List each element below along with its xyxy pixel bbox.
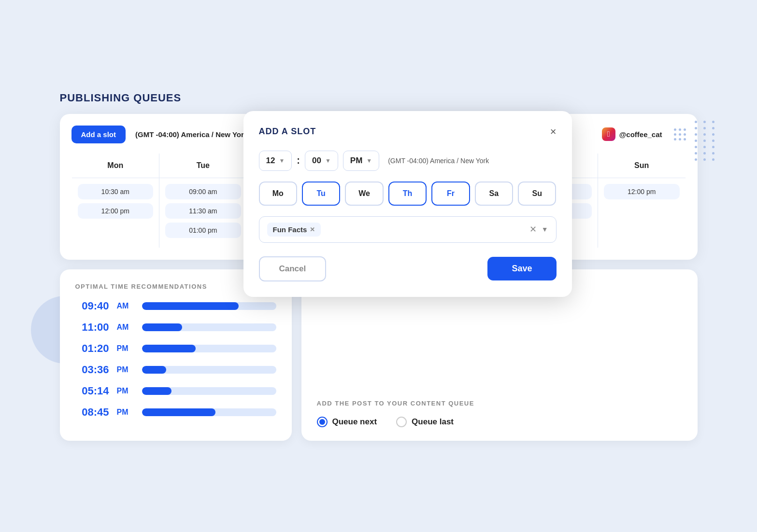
time-3-ampm: PM bbox=[117, 344, 134, 353]
dot bbox=[695, 133, 697, 136]
content-tag-fun-facts[interactable]: Fun Facts ✕ bbox=[267, 223, 321, 237]
slot-mon-1[interactable]: 10:30 am bbox=[78, 184, 154, 199]
dots-menu[interactable] bbox=[674, 128, 686, 140]
radio-circle-last bbox=[396, 417, 407, 427]
bar-fill-2 bbox=[142, 323, 182, 331]
day-btn-sa[interactable]: Sa bbox=[475, 182, 513, 206]
modal-timezone: (GMT -04:00) America / New York bbox=[388, 157, 489, 165]
dot bbox=[703, 146, 706, 148]
day-btn-we[interactable]: We bbox=[345, 182, 383, 206]
modal-overlay: ADD A SLOT × 12 ▼ : 00 ▼ PM ▼ (GMT -04:0 bbox=[243, 111, 572, 297]
dot bbox=[712, 158, 714, 161]
dot bbox=[712, 146, 714, 148]
time-row-6: 08:45 PM bbox=[75, 406, 276, 419]
dot bbox=[674, 138, 676, 140]
td-sun: 12:00 pm bbox=[598, 178, 686, 248]
dot bbox=[712, 133, 714, 136]
dot bbox=[684, 133, 686, 136]
bar-fill-1 bbox=[142, 302, 239, 310]
add-slot-modal: ADD A SLOT × 12 ▼ : 00 ▼ PM ▼ (GMT -04:0 bbox=[243, 111, 572, 297]
time-row-4: 03:36 PM bbox=[75, 364, 276, 376]
instagram-icon:  bbox=[602, 127, 615, 141]
dot bbox=[712, 121, 714, 123]
dot bbox=[712, 140, 714, 142]
hour-select[interactable]: 12 ▼ bbox=[259, 151, 292, 171]
page-wrapper: PUBLISHING QUEUES Add a slot (GMT -04:00… bbox=[41, 72, 717, 460]
slot-tue-3[interactable]: 01:00 pm bbox=[165, 223, 241, 238]
slot-mon-2[interactable]: 12:00 pm bbox=[78, 203, 154, 219]
col-sun: Sun bbox=[598, 153, 686, 178]
day-btn-mo[interactable]: Mo bbox=[259, 182, 297, 206]
minute-select[interactable]: 00 ▼ bbox=[305, 151, 338, 171]
col-tue: Tue bbox=[159, 153, 247, 178]
modal-close-button[interactable]: × bbox=[550, 126, 557, 137]
bar-fill-5 bbox=[142, 387, 171, 395]
slot-tue-2[interactable]: 11:30 am bbox=[165, 203, 241, 219]
dot bbox=[695, 127, 697, 129]
time-3-hour: 01:20 bbox=[75, 342, 109, 355]
time-row-3: 01:20 PM bbox=[75, 342, 276, 355]
time-2-hour: 11:00 bbox=[75, 321, 109, 334]
td-tue: 09:00 am 11:30 am 01:00 pm bbox=[159, 178, 247, 248]
day-btn-tu[interactable]: Tu bbox=[302, 182, 340, 206]
instagram-badge:  @coffee_cat bbox=[602, 127, 686, 141]
time-row-1: 09:40 AM bbox=[75, 300, 276, 312]
dot bbox=[695, 158, 697, 161]
bar-bg-5 bbox=[142, 387, 276, 395]
radio-queue-next[interactable]: Queue next bbox=[317, 417, 377, 427]
side-dots-decoration bbox=[695, 121, 717, 161]
cancel-button[interactable]: Cancel bbox=[259, 256, 327, 281]
radio-row: Queue next Queue last bbox=[317, 417, 682, 427]
bar-fill-6 bbox=[142, 408, 216, 416]
queue-last-label: Queue last bbox=[412, 417, 454, 427]
radio-queue-last[interactable]: Queue last bbox=[396, 417, 454, 427]
dot bbox=[684, 128, 686, 131]
day-btn-su[interactable]: Su bbox=[518, 182, 556, 206]
tag-close-icon[interactable]: ✕ bbox=[310, 226, 315, 233]
dot bbox=[674, 128, 676, 131]
dot bbox=[712, 152, 714, 154]
day-btn-fr[interactable]: Fr bbox=[431, 182, 470, 206]
time-4-hour: 03:36 bbox=[75, 364, 109, 376]
chevron-down-icon: ▼ bbox=[325, 157, 331, 164]
add-slot-button[interactable]: Add a slot bbox=[71, 126, 126, 143]
bar-bg-3 bbox=[142, 345, 276, 352]
dot bbox=[695, 146, 697, 148]
day-btn-th[interactable]: Th bbox=[388, 182, 427, 206]
td-mon: 10:30 am 12:00 pm bbox=[71, 178, 159, 248]
tag-label: Fun Facts bbox=[273, 225, 307, 234]
page-title: PUBLISHING QUEUES bbox=[60, 92, 698, 104]
content-type-actions: ✕ ▼ bbox=[529, 224, 548, 235]
slot-sun-1[interactable]: 12:00 pm bbox=[604, 184, 680, 199]
modal-title: ADD A SLOT bbox=[259, 126, 316, 137]
dot bbox=[703, 140, 706, 142]
chevron-down-icon: ▼ bbox=[366, 157, 372, 164]
dot bbox=[703, 133, 706, 136]
col-mon: Mon bbox=[71, 153, 159, 178]
chevron-down-icon[interactable]: ▼ bbox=[542, 225, 548, 233]
time-5-ampm: PM bbox=[117, 387, 134, 395]
time-6-hour: 08:45 bbox=[75, 406, 109, 419]
time-1-hour: 09:40 bbox=[75, 300, 109, 312]
radio-circle-next bbox=[317, 417, 328, 427]
ampm-select[interactable]: PM ▼ bbox=[343, 151, 379, 171]
dot bbox=[703, 121, 706, 123]
clear-icon[interactable]: ✕ bbox=[529, 224, 537, 235]
dot bbox=[695, 121, 697, 123]
time-5-hour: 05:14 bbox=[75, 385, 109, 397]
time-1-ampm: AM bbox=[117, 302, 134, 310]
dot bbox=[674, 133, 676, 136]
dot bbox=[703, 158, 706, 161]
bar-fill-4 bbox=[142, 366, 166, 374]
timezone-label: (GMT -04:00) America / New York bbox=[135, 130, 248, 139]
time-row-5: 05:14 PM bbox=[75, 385, 276, 397]
dot bbox=[703, 152, 706, 154]
slot-tue-1[interactable]: 09:00 am bbox=[165, 184, 241, 199]
bar-bg-4 bbox=[142, 366, 276, 374]
save-button[interactable]: Save bbox=[487, 257, 556, 280]
ampm-value: PM bbox=[350, 156, 363, 166]
dot bbox=[684, 138, 686, 140]
dot bbox=[695, 140, 697, 142]
content-type-selector[interactable]: Fun Facts ✕ ✕ ▼ bbox=[259, 216, 557, 243]
dot bbox=[712, 127, 714, 129]
